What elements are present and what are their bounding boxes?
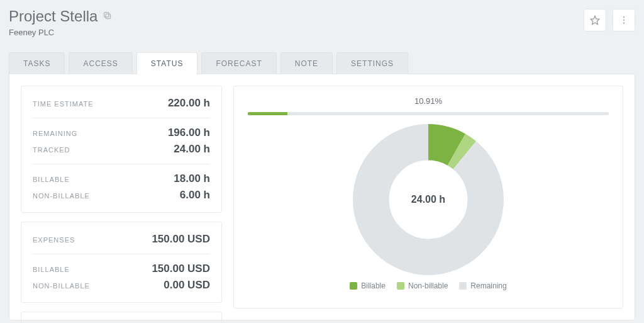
time-card: TIME ESTIMATE 220.00 h REMAINING 196.00 … <box>21 86 222 213</box>
tracked-label: TRACKED <box>33 146 70 154</box>
legend-nonbillable: Non-billable <box>397 281 448 290</box>
remaining-label: REMAINING <box>33 130 77 137</box>
expenses-nonbillable-label: NON-BILLABLE <box>33 282 90 290</box>
svg-rect-1 <box>104 13 109 18</box>
time-nonbillable-value: 6.00 h <box>180 189 210 201</box>
swatch-remaining <box>459 282 467 290</box>
amount-card: AMOUNT 550.00 USD <box>21 312 222 323</box>
donut-center-label: 24.00 h <box>411 194 445 205</box>
legend-nonbillable-label: Non-billable <box>408 281 448 290</box>
legend-billable: Billable <box>350 281 386 290</box>
more-button[interactable] <box>613 9 635 31</box>
time-billable-label: BILLABLE <box>33 176 70 183</box>
tab-bar: TASKS ACCESS STATUS FORECAST NOTE SETTIN… <box>9 52 635 74</box>
tracked-value: 24.00 h <box>174 143 210 156</box>
expenses-billable-label: BILLABLE <box>33 266 70 273</box>
donut-chart: 24.00 h <box>353 124 504 275</box>
expenses-billable-value: 150.00 USD <box>152 263 210 275</box>
chart-panel: 10.91% 24.00 h Billable Non-billable <box>233 86 623 309</box>
time-nonbillable-label: NON-BILLABLE <box>33 192 90 200</box>
time-estimate-value: 220.00 h <box>168 97 210 110</box>
remaining-value: 196.00 h <box>168 127 210 139</box>
tab-note[interactable]: NOTE <box>280 52 333 74</box>
swatch-billable <box>350 282 357 290</box>
page-title: Project Stella <box>9 8 97 25</box>
legend-billable-label: Billable <box>361 281 386 290</box>
legend-remaining-label: Remaining <box>470 281 506 290</box>
progress-fill <box>248 112 287 115</box>
progress-percent: 10.91% <box>414 96 442 106</box>
client-name: Feeney PLC <box>9 28 112 37</box>
svg-point-4 <box>623 20 625 21</box>
expenses-value: 150.00 USD <box>152 233 210 246</box>
svg-point-3 <box>623 16 625 18</box>
tab-status[interactable]: STATUS <box>136 52 198 74</box>
tab-settings[interactable]: SETTINGS <box>336 52 408 74</box>
time-billable-value: 18.00 h <box>174 173 210 185</box>
tab-access[interactable]: ACCESS <box>69 52 132 74</box>
legend-remaining: Remaining <box>459 281 506 290</box>
svg-marker-2 <box>591 16 599 24</box>
progress-bar <box>248 112 609 115</box>
svg-point-5 <box>623 23 625 24</box>
svg-rect-0 <box>106 14 111 19</box>
tab-forecast[interactable]: FORECAST <box>201 52 276 74</box>
favorite-button[interactable] <box>584 9 606 31</box>
expenses-card: EXPENSES 150.00 USD BILLABLE 150.00 USD … <box>21 222 222 303</box>
swatch-nonbillable <box>397 282 404 290</box>
copy-icon[interactable] <box>103 11 112 22</box>
expenses-nonbillable-value: 0.00 USD <box>164 279 210 292</box>
tab-tasks[interactable]: TASKS <box>9 52 65 74</box>
time-estimate-label: TIME ESTIMATE <box>33 100 94 108</box>
expenses-label: EXPENSES <box>33 236 75 244</box>
chart-legend: Billable Non-billable Remaining <box>350 281 506 290</box>
